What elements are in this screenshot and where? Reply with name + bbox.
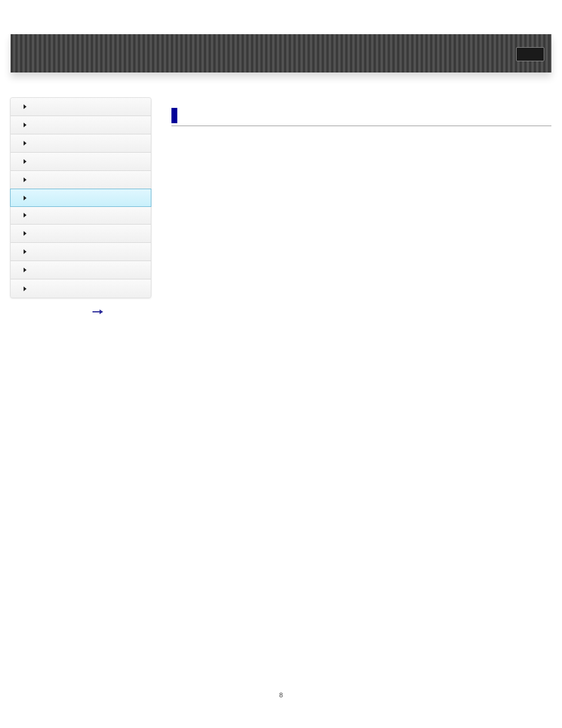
content-area: [171, 108, 551, 126]
sidebar-item-6[interactable]: [11, 206, 151, 225]
chevron-right-icon: [24, 213, 27, 218]
page-number: 8: [0, 691, 562, 699]
chevron-right-icon: [24, 231, 27, 236]
svg-marker-1: [100, 309, 103, 314]
sidebar-nav: [10, 97, 151, 298]
chevron-right-icon: [24, 286, 27, 291]
sidebar-item-10[interactable]: [11, 279, 151, 298]
sidebar-footer-link[interactable]: [91, 309, 103, 314]
chevron-right-icon: [24, 249, 27, 254]
sidebar-item-8[interactable]: [11, 243, 151, 261]
sidebar-item-3[interactable]: [11, 153, 151, 171]
chevron-right-icon: [24, 268, 27, 272]
chevron-right-icon: [24, 104, 27, 109]
sidebar-item-4[interactable]: [11, 171, 151, 189]
arrow-right-icon: [91, 309, 103, 314]
chevron-right-icon: [24, 177, 27, 182]
chevron-right-icon: [24, 123, 27, 127]
sidebar-item-1[interactable]: [11, 116, 151, 134]
sidebar-item-2[interactable]: [11, 134, 151, 153]
chevron-right-icon: [24, 141, 27, 146]
section-marker: [171, 108, 177, 123]
chevron-right-icon: [24, 196, 27, 200]
section-divider: [171, 126, 551, 126]
top-banner: [11, 34, 551, 73]
sidebar-item-9[interactable]: [11, 261, 151, 279]
sidebar-item-5[interactable]: [10, 189, 151, 207]
chevron-right-icon: [24, 159, 27, 164]
sidebar-item-0[interactable]: [11, 98, 151, 116]
banner-button[interactable]: [516, 47, 544, 61]
sidebar-item-7[interactable]: [11, 225, 151, 243]
